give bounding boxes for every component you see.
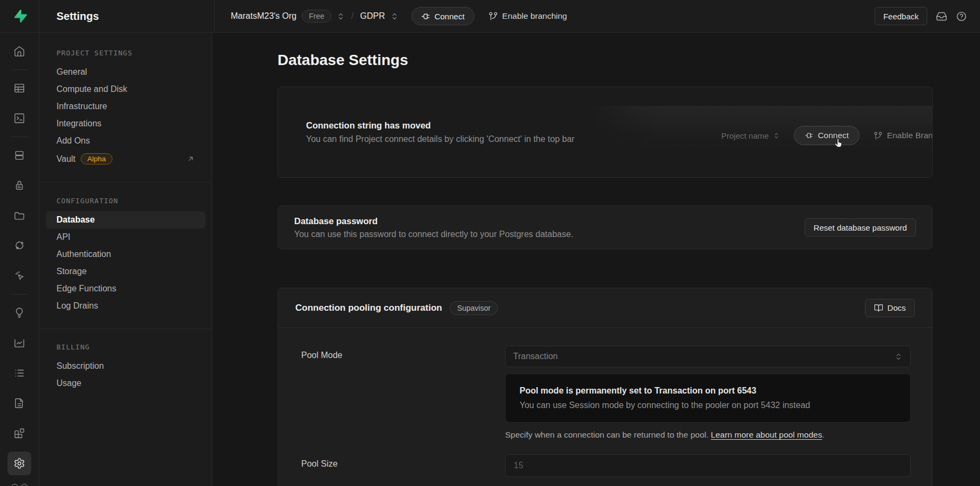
connect-button[interactable]: Connect	[411, 7, 474, 25]
rail-item-storage[interactable]	[8, 204, 31, 227]
pool-mode-select[interactable]: Transaction	[505, 346, 911, 367]
password-card-title: Database password	[294, 216, 573, 226]
nav-item-integrations[interactable]: Integrations	[46, 115, 205, 132]
alpha-badge: Alpha	[81, 153, 112, 165]
profile-avatar[interactable]	[10, 482, 29, 486]
pool-size-row: Pool Size	[301, 454, 911, 477]
password-card-description: You can use this password to connect dir…	[294, 230, 573, 239]
logo-cell[interactable]	[0, 0, 39, 32]
subnav-divider	[39, 182, 212, 183]
nav-item-database[interactable]: Database	[46, 211, 205, 228]
moved-card-title: Connection string has moved	[306, 120, 932, 131]
reset-database-password-button[interactable]: Reset database password	[805, 218, 916, 237]
nav-item-usage[interactable]: Usage	[46, 375, 205, 392]
terminal-square-icon	[13, 112, 25, 124]
git-branch-icon	[488, 11, 498, 21]
nav-item-vault[interactable]: Vault Alpha	[46, 149, 205, 168]
pool-size-label: Pool Size	[301, 459, 338, 468]
main-content: Database Settings Connection string has …	[212, 33, 980, 486]
subnav-divider	[39, 328, 212, 329]
org-switcher-chevron-icon[interactable]	[337, 12, 345, 20]
connect-button-label: Connect	[435, 12, 465, 21]
rail-item-advisors[interactable]	[8, 301, 31, 325]
plug-icon	[421, 12, 430, 21]
rail-item-authentication[interactable]	[8, 174, 31, 197]
lock-icon	[13, 180, 25, 191]
rail-item-settings[interactable]	[8, 452, 31, 475]
external-link-icon	[187, 155, 195, 163]
section-title: PROJECT SETTINGS	[46, 49, 205, 57]
blocks-icon	[13, 427, 25, 439]
pooling-card-body: Pool Mode Transaction Pool mode is perma…	[278, 328, 932, 486]
notice-body: You can use Session mode by connecting t…	[520, 401, 896, 410]
rail-item-table-editor[interactable]	[8, 76, 31, 100]
rail-item-database[interactable]	[8, 144, 31, 167]
supabase-logo-icon	[12, 9, 27, 24]
supavisor-badge: Supavisor	[450, 301, 498, 315]
rail-divider	[11, 294, 28, 295]
project-switcher-chevron-icon[interactable]	[390, 12, 399, 20]
help-circle-icon	[956, 11, 967, 22]
pool-modes-link[interactable]: Learn more about pool modes	[711, 430, 822, 439]
rail-item-reports[interactable]	[8, 331, 31, 355]
nav-item-add-ons[interactable]: Add Ons	[46, 132, 205, 149]
rail-item-edge-functions[interactable]	[8, 264, 31, 288]
rail-item-integrations[interactable]	[8, 421, 31, 445]
top-bar: Settings MaratsM23's Org Free / GDPR Con…	[0, 0, 980, 33]
rail-item-api-docs[interactable]	[8, 391, 31, 415]
org-name[interactable]: MaratsM23's Org	[231, 11, 296, 21]
pool-mode-help: Specify when a connection can be returne…	[505, 430, 911, 440]
nav-item-edge-functions[interactable]: Edge Functions	[46, 280, 205, 297]
docs-button-label: Docs	[887, 303, 906, 312]
enable-branching-label: Enable branching	[502, 11, 567, 21]
pool-mode-row: Pool Mode Transaction Pool mode is perma…	[301, 346, 911, 440]
rail-item-sql-editor[interactable]	[8, 106, 31, 130]
notifications-inbox-button[interactable]	[936, 11, 947, 22]
home-icon	[13, 45, 25, 57]
nav-section-billing: BILLING Subscription Usage	[46, 343, 205, 392]
nav-item-api[interactable]: API	[46, 228, 205, 246]
settings-header: Settings	[39, 0, 215, 32]
pool-mode-label: Pool Mode	[301, 351, 343, 360]
help-button[interactable]	[956, 11, 967, 22]
pool-mode-notice: Pool mode is permanently set to Transact…	[505, 374, 911, 423]
pool-size-input[interactable]	[505, 454, 911, 477]
nav-item-authentication[interactable]: Authentication	[46, 246, 205, 263]
connection-moved-card: Connection string has moved You can find…	[278, 87, 933, 178]
section-title: CONFIGURATION	[46, 197, 205, 205]
folder-icon	[13, 210, 25, 221]
list-icon	[13, 367, 25, 379]
book-icon	[874, 303, 883, 312]
table-icon	[13, 82, 25, 94]
nav-item-log-drains[interactable]: Log Drains	[46, 297, 205, 315]
project-name[interactable]: GDPR	[360, 11, 385, 21]
plan-badge: Free	[302, 10, 331, 23]
rail-item-realtime[interactable]	[8, 234, 31, 258]
nav-item-subscription[interactable]: Subscription	[46, 358, 205, 375]
enable-branching-button[interactable]: Enable branching	[488, 11, 567, 21]
settings-subnav: PROJECT SETTINGS General Compute and Dis…	[39, 33, 212, 486]
page-header-title: Settings	[56, 10, 99, 23]
nav-item-storage[interactable]: Storage	[46, 263, 205, 280]
rail-item-logs[interactable]	[8, 361, 31, 385]
nav-section-configuration: CONFIGURATION Database API Authenticatio…	[46, 197, 205, 315]
nav-item-infrastructure[interactable]: Infrastructure	[46, 98, 205, 115]
file-text-icon	[13, 397, 25, 409]
pooling-card-title: Connection pooling configuration	[295, 303, 442, 313]
topbar-actions: Feedback	[875, 0, 980, 32]
chart-icon	[13, 337, 25, 349]
section-title: BILLING	[46, 343, 205, 351]
gear-icon	[13, 458, 25, 469]
rail-divider	[11, 137, 28, 137]
nav-item-general[interactable]: General	[46, 63, 205, 81]
pool-mode-value: Transaction	[513, 352, 558, 361]
breadcrumb: MaratsM23's Org Free / GDPR Connect Enab…	[215, 0, 875, 32]
nav-item-compute-and-disk[interactable]: Compute and Disk	[46, 81, 205, 98]
rail-divider	[11, 69, 28, 70]
feedback-button[interactable]: Feedback	[875, 7, 927, 25]
docs-button[interactable]: Docs	[865, 299, 915, 317]
nav-item-label: Vault	[56, 154, 75, 164]
connection-pooling-card: Connection pooling configuration Supavis…	[278, 288, 933, 486]
cursor-spark-icon	[13, 270, 25, 282]
rail-item-home[interactable]	[8, 39, 31, 63]
